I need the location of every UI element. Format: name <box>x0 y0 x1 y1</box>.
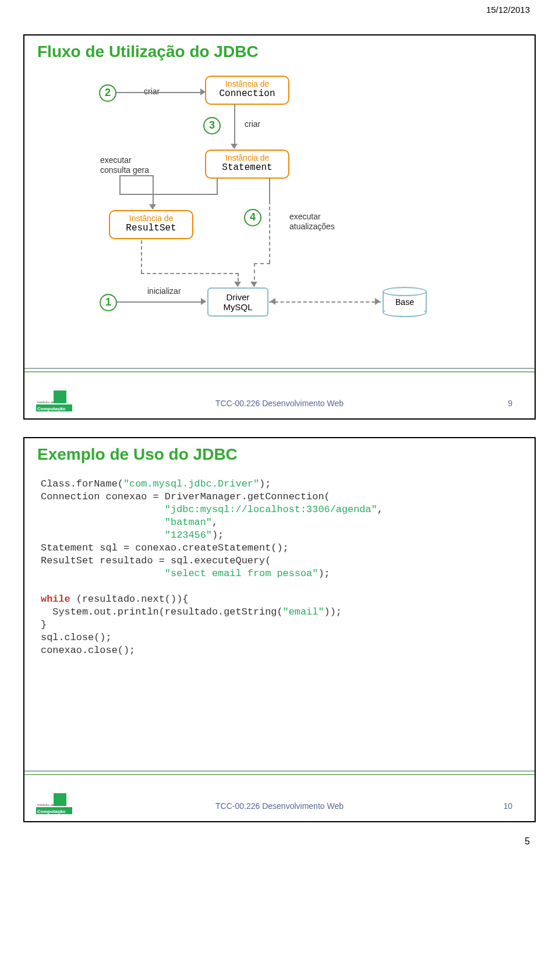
label-inicializar: inicializar <box>147 286 181 296</box>
step-4-badge: 4 <box>244 209 261 226</box>
step-2-badge: 2 <box>99 84 116 102</box>
slide2-footer-text: TCC-00.226 Desenvolvimento Web <box>215 801 344 811</box>
slide1-title: Fluxo de Utilização do JDBC <box>37 42 259 61</box>
code-block: Class.forName("com.mysql.jdbc.Driver"); … <box>41 478 521 657</box>
slide-2: Exemplo de Uso do JDBC Class.forName("co… <box>23 437 536 822</box>
box-resultset-name: ResultSet <box>111 223 191 233</box>
page-number: 5 <box>0 833 559 858</box>
slide2-title: Exemplo de Uso do JDBC <box>37 445 238 464</box>
box-connection-label: Instância de <box>207 79 287 88</box>
slide-1: Fluxo de Utilização do JDBC 2 criar Inst… <box>23 34 536 420</box>
label-exec-atual2: atualizações <box>289 222 335 231</box>
driver-line1: Driver <box>212 292 264 302</box>
box-connection-name: Connection <box>207 88 287 99</box>
footer-logo-icon: Instituto deComputação <box>36 387 72 411</box>
driver-line2: MySQL <box>212 302 264 312</box>
label-criar-2: criar <box>144 87 160 96</box>
box-driver: Driver MySQL <box>207 287 268 317</box>
slide1-footer-num: 9 <box>508 399 512 408</box>
svg-text:Computação: Computação <box>37 406 66 411</box>
page-date: 15/12/2013 <box>0 0 559 17</box>
svg-text:Instituto de: Instituto de <box>37 400 55 404</box>
label-exec-atual1: executar <box>289 212 321 221</box>
box-statement: Instância de Statement <box>205 150 289 179</box>
box-resultset-label: Instância de <box>111 214 191 223</box>
database-cylinder: Base <box>383 287 427 317</box>
label-consulta-gera: consulta gera <box>100 165 149 175</box>
label-executar-consulta: executar <box>100 155 132 165</box>
svg-rect-1 <box>54 390 66 403</box>
svg-text:Computação: Computação <box>37 809 66 814</box>
slide2-footer-num: 10 <box>503 801 512 811</box>
slide1-footer: Instituto deComputação TCC-00.226 Desenv… <box>24 379 535 414</box>
slide1-footer-text: TCC-00.226 Desenvolvimento Web <box>215 399 344 408</box>
step-3-badge: 3 <box>203 117 221 134</box>
label-criar-3: criar <box>245 119 260 129</box>
database-label: Base <box>383 297 427 307</box>
box-resultset: Instância de ResultSet <box>109 210 193 239</box>
box-statement-name: Statement <box>207 162 287 173</box>
svg-text:Instituto de: Instituto de <box>37 803 55 807</box>
box-statement-label: Instância de <box>207 153 287 162</box>
footer-logo-icon: Instituto deComputação <box>36 790 72 814</box>
box-connection: Instância de Connection <box>205 76 289 105</box>
svg-rect-5 <box>54 793 66 806</box>
flow-diagram: 2 criar Instância de Connection 3 criar … <box>24 69 535 360</box>
step-1-badge: 1 <box>100 294 117 311</box>
slide2-footer: Instituto deComputação TCC-00.226 Desenv… <box>24 782 535 816</box>
